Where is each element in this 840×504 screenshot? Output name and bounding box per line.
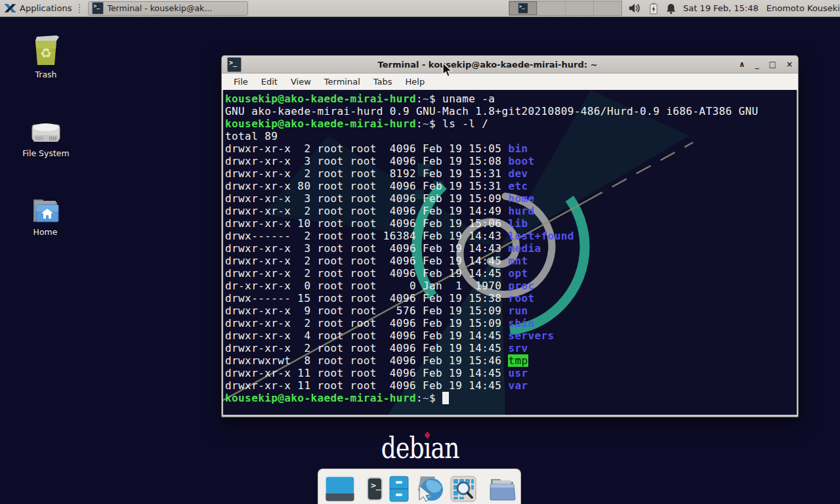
desktop-icon-trash[interactable]: ♻ Trash bbox=[14, 34, 77, 79]
dock-item-file-manager[interactable] bbox=[388, 476, 410, 502]
maximize-button[interactable]: □ bbox=[769, 60, 776, 68]
desktop-icon-label: Home bbox=[14, 227, 77, 237]
home-folder-icon bbox=[30, 196, 61, 224]
dock-item-desktop[interactable] bbox=[325, 476, 355, 502]
terminal-line: drwxr-xr-x 2 root root 4096 Feb 19 15:05… bbox=[225, 142, 759, 155]
terminal-line: kousekip@ako-kaede-mirai-hurd:~$ ls -l / bbox=[225, 117, 759, 130]
menu-terminal[interactable]: Terminal bbox=[318, 75, 367, 89]
terminal-line: drwxr-xr-x 3 root root 4096 Feb 19 14:43… bbox=[225, 242, 759, 255]
terminal-line: kousekip@ako-kaede-mirai-hurd:~$ bbox=[225, 392, 759, 404]
applications-label: Applications bbox=[20, 3, 72, 13]
notifications-bell-icon[interactable] bbox=[665, 3, 677, 14]
desktop-icon bbox=[325, 476, 355, 502]
terminal-line: drwx------ 2 root root 16384 Feb 19 14:4… bbox=[225, 230, 759, 242]
desktop-icon-label: Trash bbox=[14, 70, 77, 79]
menu-help[interactable]: Help bbox=[399, 75, 432, 89]
terminal-line: total 89 bbox=[225, 130, 759, 142]
terminal-line: dr-xr-xr-x 0 root root 0 Jan 1 1970 proc bbox=[225, 280, 759, 292]
trash-icon: ♻ bbox=[30, 34, 62, 67]
shade-button[interactable]: ∧ bbox=[739, 60, 746, 68]
taskbar-window-label: Terminal - kousekip@ak... bbox=[107, 3, 212, 13]
folder-icon bbox=[488, 476, 516, 501]
terminal-line: drwxr-xr-x 80 root root 4096 Feb 19 15:3… bbox=[225, 180, 759, 192]
dock-item-terminal[interactable]: >_ bbox=[367, 477, 383, 501]
terminal-line: drwxr-xr-x 2 root root 8192 Feb 19 15:31… bbox=[225, 167, 759, 180]
hard-drive-icon bbox=[30, 118, 62, 146]
workspace-4[interactable] bbox=[594, 1, 621, 15]
terminal-line: drwx------ 15 root root 4096 Feb 19 15:3… bbox=[225, 292, 759, 304]
minimize-button[interactable]: _ bbox=[755, 60, 759, 68]
applications-menu-button[interactable]: Applications bbox=[0, 0, 75, 16]
app-finder-icon bbox=[450, 476, 476, 502]
menubar: File Edit View Terminal Tabs Help bbox=[222, 74, 798, 91]
top-panel: Applications Terminal - kousekip@ak... S… bbox=[0, 0, 840, 17]
dock-item-folder[interactable] bbox=[488, 476, 516, 501]
terminal-line: drwxr-xr-x 11 root root 4096 Feb 19 14:4… bbox=[225, 379, 759, 392]
svg-text:♻: ♻ bbox=[40, 45, 52, 61]
workspace-2[interactable] bbox=[537, 1, 566, 15]
menu-view[interactable]: View bbox=[284, 75, 318, 89]
file-cabinet-icon bbox=[388, 476, 410, 502]
menu-file[interactable]: File bbox=[227, 75, 255, 89]
terminal-line: drwxr-xr-x 2 root root 4096 Feb 19 14:45… bbox=[225, 267, 759, 280]
terminal-line: drwxr-xr-x 4 root root 4096 Feb 19 14:45… bbox=[225, 329, 759, 342]
volume-icon[interactable] bbox=[629, 3, 642, 14]
terminal-output: kousekip@ako-kaede-mirai-hurd:~$ uname -… bbox=[225, 93, 759, 404]
dock-item-web-browser[interactable] bbox=[415, 475, 444, 503]
titlebar[interactable]: Terminal - kousekip@ako-kaede-mirai-hurd… bbox=[222, 56, 798, 74]
panel-clock[interactable]: Sat 19 Feb, 15:48 bbox=[683, 3, 759, 13]
close-button[interactable]: × bbox=[786, 60, 793, 68]
terminal-line: drwxr-xr-x 3 root root 4096 Feb 19 15:08… bbox=[225, 155, 759, 167]
terminal-line: drwxr-xr-x 2 root root 4096 Feb 19 14:45… bbox=[225, 342, 759, 354]
mouse-cursor bbox=[442, 62, 454, 78]
terminal-icon bbox=[92, 2, 104, 14]
terminal-line: drwxr-xr-x 10 root root 4096 Feb 19 15:0… bbox=[225, 217, 759, 230]
terminal-line: kousekip@ako-kaede-mirai-hurd:~$ uname -… bbox=[225, 93, 759, 105]
desktop-icon-label: File System bbox=[14, 148, 77, 158]
terminal-line: drwxr-xr-x 9 root root 576 Feb 19 15:09 … bbox=[225, 304, 759, 317]
terminal-icon bbox=[518, 3, 528, 14]
web-browser-globe-icon bbox=[415, 475, 444, 503]
dock: >_ bbox=[318, 469, 521, 504]
terminal-line: drwxr-xr-x 2 root root 4096 Feb 19 14:45… bbox=[225, 255, 759, 267]
terminal-window: Terminal - kousekip@ako-kaede-mirai-hurd… bbox=[221, 55, 799, 417]
panel-username[interactable]: Enomoto Kouseki bbox=[766, 3, 840, 13]
terminal-line: GNU ako-kaede-mirai-hurd 0.9 GNU-Mach 1.… bbox=[225, 105, 759, 117]
desktop-icon-file-system[interactable]: File System bbox=[14, 113, 77, 158]
terminal-icon bbox=[227, 57, 242, 72]
taskbar-window-button[interactable]: Terminal - kousekip@ak... bbox=[88, 1, 248, 16]
workspace-3[interactable] bbox=[566, 1, 594, 15]
xfce-logo-icon bbox=[4, 2, 16, 14]
menu-tabs[interactable]: Tabs bbox=[367, 75, 399, 89]
battery-icon[interactable] bbox=[649, 3, 658, 14]
workspace-1[interactable] bbox=[509, 1, 537, 15]
terminal-line: drwxr-xr-x 3 root root 4096 Feb 19 15:09… bbox=[225, 192, 759, 205]
menu-edit[interactable]: Edit bbox=[255, 75, 284, 89]
terminal-line: drwxrwxrwt 8 root root 4096 Feb 19 15:46… bbox=[225, 354, 759, 367]
desktop-icon-home[interactable]: Home bbox=[14, 192, 77, 237]
workspace-pager bbox=[509, 1, 622, 16]
terminal-line: drwxr-xr-x 11 root root 4096 Feb 19 14:4… bbox=[225, 367, 759, 379]
panel-grip bbox=[78, 3, 81, 14]
debian-wordmark: debıan bbox=[0, 430, 840, 465]
terminal-screen[interactable]: kousekip@ako-kaede-mirai-hurd:~$ uname -… bbox=[223, 90, 797, 415]
window-title: Terminal - kousekip@ako-kaede-mirai-hurd… bbox=[242, 60, 734, 70]
terminal-line: drwxr-xr-x 2 root root 4096 Feb 19 15:09… bbox=[225, 317, 759, 329]
system-tray bbox=[629, 3, 677, 14]
terminal-line: drwxr-xr-x 2 root root 4096 Feb 19 14:49… bbox=[225, 205, 759, 217]
dock-item-application-finder[interactable] bbox=[450, 476, 476, 502]
